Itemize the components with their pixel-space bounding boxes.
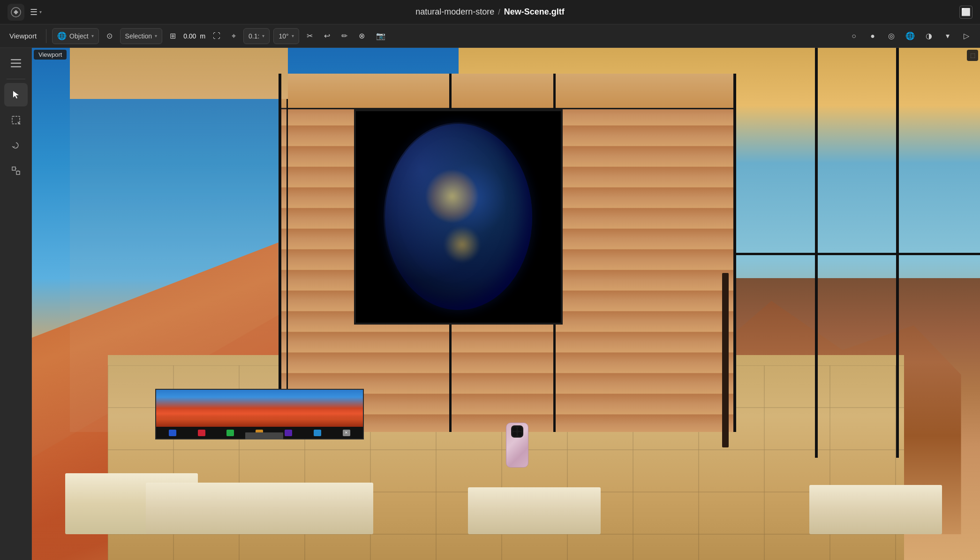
- angle-dropdown[interactable]: 10° ▾: [273, 28, 299, 44]
- dark-vertical-bar: [722, 273, 729, 447]
- box-select-tool-button[interactable]: [4, 108, 28, 132]
- breadcrumb-separator: /: [498, 8, 500, 16]
- left-wall: [70, 74, 288, 432]
- object-mode-dropdown[interactable]: 🌐 Object ▾: [52, 28, 98, 44]
- hamburger-caret-icon: ▾: [39, 9, 42, 15]
- breadcrumb: natural-modern-store / New-Scene.gltf: [415, 7, 565, 17]
- project-name[interactable]: natural-modern-store: [415, 7, 494, 17]
- tv-stand-pedestal: [146, 483, 373, 534]
- snap-value-dropdown[interactable]: 0.1: ▾: [243, 28, 270, 44]
- camera-icon: 📷: [376, 31, 385, 40]
- viewport-tab-label[interactable]: Viewport: [6, 32, 40, 40]
- svg-rect-1: [11, 59, 21, 61]
- scene-name[interactable]: New-Scene.gltf: [504, 7, 565, 17]
- grid-button[interactable]: ⊞: [166, 28, 180, 44]
- snap-icon: ⌖: [232, 32, 236, 40]
- transform-tool-button[interactable]: [4, 159, 28, 182]
- angle-value-label: 10°: [279, 32, 288, 40]
- selection-caret: ▾: [155, 33, 157, 38]
- svg-rect-5: [12, 167, 15, 170]
- transform-button[interactable]: ⛶: [209, 28, 224, 44]
- snap-caret: ▾: [262, 33, 264, 38]
- pivot-icon: ⊙: [106, 31, 113, 40]
- object-mode-label: Object: [69, 32, 88, 40]
- rotate-tool-button[interactable]: [4, 134, 28, 157]
- svg-rect-3: [11, 66, 21, 68]
- toolbar-separator-1: [46, 29, 46, 43]
- wall-tv-screen[interactable]: [354, 109, 563, 325]
- frame-col-1: [279, 74, 281, 432]
- viewport-label-tag: Viewport: [34, 50, 67, 60]
- undo-icon: ↩: [324, 31, 330, 40]
- svg-rect-2: [11, 63, 21, 64]
- maximize-icon: ⬜: [961, 8, 971, 16]
- draw-button[interactable]: ✏: [338, 28, 351, 44]
- grid-icon: ⊞: [170, 31, 176, 40]
- app-logo[interactable]: [8, 4, 24, 21]
- toolbar: Viewport 🌐 Object ▾ ⊙ Selection ▾ ⊞ 0.00…: [0, 24, 980, 48]
- selection-dropdown[interactable]: Selection ▾: [120, 28, 163, 44]
- ceiling-beam: [279, 74, 734, 109]
- right-pedestal: [809, 485, 942, 534]
- menu-tool-button[interactable]: [4, 52, 28, 75]
- toolbar-right-group: ○ ● ◎ 🌐 ◑ ▾ ▷: [846, 28, 974, 44]
- snap-button[interactable]: ⌖: [228, 28, 240, 44]
- angle-caret: ▾: [292, 33, 294, 38]
- viewport-maximize-button[interactable]: ⬚: [967, 50, 978, 61]
- left-ceiling: [70, 48, 288, 99]
- selection-label: Selection: [125, 32, 152, 40]
- scissors-icon: ✂: [307, 31, 313, 40]
- target-icon: ⊗: [359, 31, 365, 40]
- title-bar: ☰ ▾ natural-modern-store / New-Scene.glt…: [0, 0, 980, 24]
- shading-world-button[interactable]: 🌐: [902, 28, 918, 44]
- dropdown-expand-button[interactable]: ▾: [940, 28, 956, 44]
- shading-wireframe-button[interactable]: ○: [846, 28, 862, 44]
- hamburger-button[interactable]: ☰ ▾: [30, 7, 42, 17]
- maximize-button[interactable]: ⬜: [959, 6, 972, 19]
- main-layout: ✕: [0, 48, 980, 560]
- snap-value-label: 0.1:: [249, 32, 259, 40]
- object-mode-caret: ▾: [91, 33, 94, 38]
- tv-stand-neck: [245, 432, 283, 439]
- transform-icon: ⛶: [213, 32, 220, 40]
- left-toolbar: [0, 48, 32, 560]
- window-frames-right: [733, 48, 980, 458]
- svg-rect-6: [16, 171, 20, 174]
- tv-monitor[interactable]: ✕: [155, 389, 364, 439]
- position-value: 0.00: [183, 32, 196, 40]
- shading-material-button[interactable]: ◎: [883, 28, 899, 44]
- object-mode-icon: 🌐: [57, 31, 67, 40]
- target-button[interactable]: ⊗: [355, 28, 369, 44]
- shading-render-button[interactable]: ◑: [921, 28, 937, 44]
- viewport[interactable]: ✕: [32, 48, 980, 560]
- tool-separator-1: [7, 79, 25, 79]
- pen-icon: ✏: [341, 31, 347, 40]
- earth-globe: [385, 124, 533, 310]
- pivot-button[interactable]: ⊙: [103, 28, 116, 44]
- cut-tool-button[interactable]: ✂: [303, 28, 317, 44]
- select-tool-button[interactable]: [4, 83, 28, 106]
- play-button[interactable]: ▷: [958, 28, 974, 44]
- camera-button[interactable]: 📷: [372, 28, 389, 44]
- hamburger-icon: ☰: [30, 7, 38, 17]
- phone-pedestal: [468, 487, 601, 534]
- unit-label: m: [200, 32, 205, 40]
- shading-solid-button[interactable]: ●: [865, 28, 881, 44]
- undo-button[interactable]: ↩: [320, 28, 334, 44]
- phone-model[interactable]: [506, 423, 528, 468]
